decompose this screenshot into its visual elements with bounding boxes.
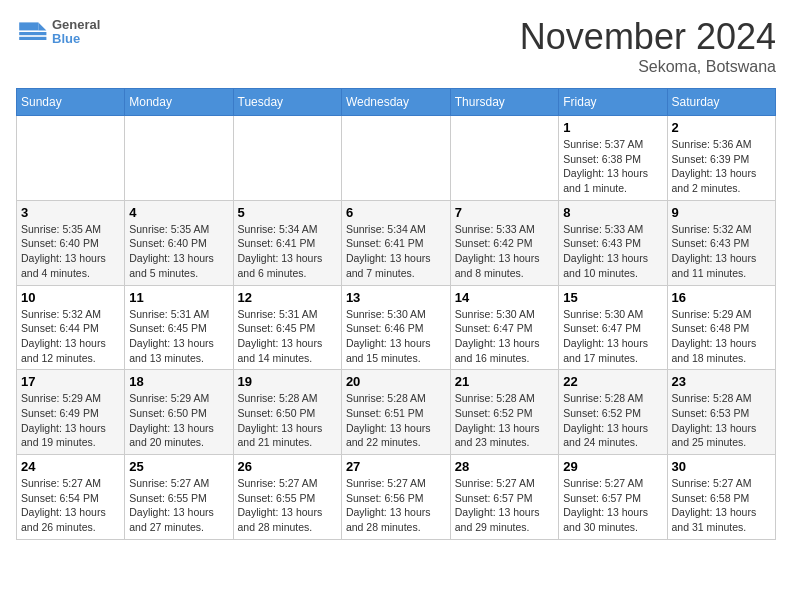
calendar-body: 1Sunrise: 5:37 AM Sunset: 6:38 PM Daylig… (17, 116, 776, 540)
day-info: Sunrise: 5:27 AM Sunset: 6:55 PM Dayligh… (129, 476, 228, 535)
calendar-cell: 10Sunrise: 5:32 AM Sunset: 6:44 PM Dayli… (17, 285, 125, 370)
day-info: Sunrise: 5:27 AM Sunset: 6:56 PM Dayligh… (346, 476, 446, 535)
weekday-header-tuesday: Tuesday (233, 89, 341, 116)
day-number: 10 (21, 290, 120, 305)
calendar-cell: 14Sunrise: 5:30 AM Sunset: 6:47 PM Dayli… (450, 285, 559, 370)
calendar-cell (450, 116, 559, 201)
day-number: 13 (346, 290, 446, 305)
day-number: 24 (21, 459, 120, 474)
day-number: 20 (346, 374, 446, 389)
day-number: 12 (238, 290, 337, 305)
calendar-cell: 3Sunrise: 5:35 AM Sunset: 6:40 PM Daylig… (17, 200, 125, 285)
calendar-cell: 9Sunrise: 5:32 AM Sunset: 6:43 PM Daylig… (667, 200, 775, 285)
calendar-week-3: 10Sunrise: 5:32 AM Sunset: 6:44 PM Dayli… (17, 285, 776, 370)
day-number: 5 (238, 205, 337, 220)
day-info: Sunrise: 5:30 AM Sunset: 6:47 PM Dayligh… (563, 307, 662, 366)
calendar-cell: 30Sunrise: 5:27 AM Sunset: 6:58 PM Dayli… (667, 455, 775, 540)
day-number: 2 (672, 120, 771, 135)
calendar-cell: 27Sunrise: 5:27 AM Sunset: 6:56 PM Dayli… (341, 455, 450, 540)
calendar-cell: 26Sunrise: 5:27 AM Sunset: 6:55 PM Dayli… (233, 455, 341, 540)
day-info: Sunrise: 5:28 AM Sunset: 6:52 PM Dayligh… (563, 391, 662, 450)
day-info: Sunrise: 5:29 AM Sunset: 6:49 PM Dayligh… (21, 391, 120, 450)
calendar-cell: 13Sunrise: 5:30 AM Sunset: 6:46 PM Dayli… (341, 285, 450, 370)
calendar-cell: 4Sunrise: 5:35 AM Sunset: 6:40 PM Daylig… (125, 200, 233, 285)
day-info: Sunrise: 5:29 AM Sunset: 6:48 PM Dayligh… (672, 307, 771, 366)
calendar-cell: 8Sunrise: 5:33 AM Sunset: 6:43 PM Daylig… (559, 200, 667, 285)
weekday-header-wednesday: Wednesday (341, 89, 450, 116)
calendar-cell: 17Sunrise: 5:29 AM Sunset: 6:49 PM Dayli… (17, 370, 125, 455)
calendar-week-2: 3Sunrise: 5:35 AM Sunset: 6:40 PM Daylig… (17, 200, 776, 285)
calendar-cell: 7Sunrise: 5:33 AM Sunset: 6:42 PM Daylig… (450, 200, 559, 285)
day-info: Sunrise: 5:30 AM Sunset: 6:47 PM Dayligh… (455, 307, 555, 366)
svg-rect-2 (19, 22, 38, 30)
calendar-cell: 15Sunrise: 5:30 AM Sunset: 6:47 PM Dayli… (559, 285, 667, 370)
calendar-week-4: 17Sunrise: 5:29 AM Sunset: 6:49 PM Dayli… (17, 370, 776, 455)
calendar-cell: 23Sunrise: 5:28 AM Sunset: 6:53 PM Dayli… (667, 370, 775, 455)
day-number: 14 (455, 290, 555, 305)
day-number: 30 (672, 459, 771, 474)
calendar-week-1: 1Sunrise: 5:37 AM Sunset: 6:38 PM Daylig… (17, 116, 776, 201)
logo-line2: Blue (52, 32, 100, 46)
logo-line1: General (52, 18, 100, 32)
svg-rect-3 (19, 32, 46, 35)
calendar-cell (17, 116, 125, 201)
calendar-cell: 24Sunrise: 5:27 AM Sunset: 6:54 PM Dayli… (17, 455, 125, 540)
day-number: 7 (455, 205, 555, 220)
day-info: Sunrise: 5:31 AM Sunset: 6:45 PM Dayligh… (238, 307, 337, 366)
calendar-header: SundayMondayTuesdayWednesdayThursdayFrid… (17, 89, 776, 116)
day-info: Sunrise: 5:33 AM Sunset: 6:42 PM Dayligh… (455, 222, 555, 281)
day-info: Sunrise: 5:28 AM Sunset: 6:52 PM Dayligh… (455, 391, 555, 450)
day-number: 25 (129, 459, 228, 474)
day-number: 1 (563, 120, 662, 135)
calendar-cell: 18Sunrise: 5:29 AM Sunset: 6:50 PM Dayli… (125, 370, 233, 455)
day-number: 15 (563, 290, 662, 305)
weekday-header-row: SundayMondayTuesdayWednesdayThursdayFrid… (17, 89, 776, 116)
day-info: Sunrise: 5:30 AM Sunset: 6:46 PM Dayligh… (346, 307, 446, 366)
weekday-header-saturday: Saturday (667, 89, 775, 116)
day-number: 27 (346, 459, 446, 474)
day-number: 22 (563, 374, 662, 389)
day-number: 26 (238, 459, 337, 474)
day-info: Sunrise: 5:35 AM Sunset: 6:40 PM Dayligh… (129, 222, 228, 281)
day-info: Sunrise: 5:28 AM Sunset: 6:51 PM Dayligh… (346, 391, 446, 450)
page-title: November 2024 (520, 16, 776, 58)
logo: General Blue (16, 16, 100, 48)
calendar-cell: 20Sunrise: 5:28 AM Sunset: 6:51 PM Dayli… (341, 370, 450, 455)
day-info: Sunrise: 5:27 AM Sunset: 6:57 PM Dayligh… (455, 476, 555, 535)
calendar-cell: 19Sunrise: 5:28 AM Sunset: 6:50 PM Dayli… (233, 370, 341, 455)
day-number: 23 (672, 374, 771, 389)
calendar-cell: 28Sunrise: 5:27 AM Sunset: 6:57 PM Dayli… (450, 455, 559, 540)
calendar-cell (125, 116, 233, 201)
logo-icon (16, 16, 48, 48)
page-header: General Blue November 2024 Sekoma, Botsw… (16, 16, 776, 76)
day-number: 9 (672, 205, 771, 220)
day-info: Sunrise: 5:34 AM Sunset: 6:41 PM Dayligh… (238, 222, 337, 281)
weekday-header-friday: Friday (559, 89, 667, 116)
day-info: Sunrise: 5:35 AM Sunset: 6:40 PM Dayligh… (21, 222, 120, 281)
day-info: Sunrise: 5:31 AM Sunset: 6:45 PM Dayligh… (129, 307, 228, 366)
day-info: Sunrise: 5:32 AM Sunset: 6:44 PM Dayligh… (21, 307, 120, 366)
day-number: 11 (129, 290, 228, 305)
weekday-header-thursday: Thursday (450, 89, 559, 116)
calendar-cell: 29Sunrise: 5:27 AM Sunset: 6:57 PM Dayli… (559, 455, 667, 540)
svg-rect-4 (19, 37, 46, 40)
day-info: Sunrise: 5:28 AM Sunset: 6:53 PM Dayligh… (672, 391, 771, 450)
calendar-cell: 25Sunrise: 5:27 AM Sunset: 6:55 PM Dayli… (125, 455, 233, 540)
calendar-week-5: 24Sunrise: 5:27 AM Sunset: 6:54 PM Dayli… (17, 455, 776, 540)
day-info: Sunrise: 5:27 AM Sunset: 6:58 PM Dayligh… (672, 476, 771, 535)
page-subtitle: Sekoma, Botswana (520, 58, 776, 76)
day-info: Sunrise: 5:27 AM Sunset: 6:57 PM Dayligh… (563, 476, 662, 535)
day-info: Sunrise: 5:34 AM Sunset: 6:41 PM Dayligh… (346, 222, 446, 281)
day-number: 21 (455, 374, 555, 389)
calendar-table: SundayMondayTuesdayWednesdayThursdayFrid… (16, 88, 776, 540)
day-number: 19 (238, 374, 337, 389)
day-info: Sunrise: 5:28 AM Sunset: 6:50 PM Dayligh… (238, 391, 337, 450)
day-info: Sunrise: 5:27 AM Sunset: 6:54 PM Dayligh… (21, 476, 120, 535)
weekday-header-monday: Monday (125, 89, 233, 116)
calendar-cell: 6Sunrise: 5:34 AM Sunset: 6:41 PM Daylig… (341, 200, 450, 285)
day-number: 17 (21, 374, 120, 389)
day-info: Sunrise: 5:36 AM Sunset: 6:39 PM Dayligh… (672, 137, 771, 196)
day-number: 29 (563, 459, 662, 474)
calendar-cell: 2Sunrise: 5:36 AM Sunset: 6:39 PM Daylig… (667, 116, 775, 201)
calendar-cell: 12Sunrise: 5:31 AM Sunset: 6:45 PM Dayli… (233, 285, 341, 370)
